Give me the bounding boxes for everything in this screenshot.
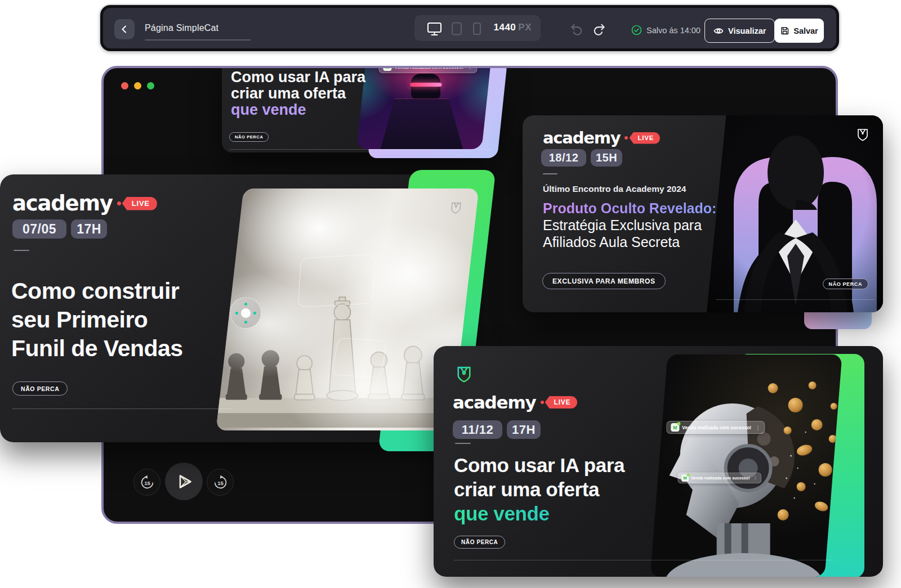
brand-wordmark: academy: [12, 191, 113, 216]
title-accent-line: que vende: [454, 501, 625, 526]
vr-person-image: M Venda realizada com sucesso! ⋮: [356, 66, 491, 149]
redo-button[interactable]: [591, 21, 608, 38]
shield-watermark-icon: [448, 201, 464, 216]
viewport-unit: PX: [518, 22, 532, 33]
tablet-device-button[interactable]: [447, 21, 463, 35]
sale-toast: M Venda realizada com sucesso! ⋮: [378, 66, 477, 73]
floppy-icon: [780, 26, 790, 35]
divider: [716, 299, 875, 300]
event-datetime: 11/12 17H: [453, 420, 541, 439]
brand-wordmark: academy: [453, 392, 536, 412]
app-icon: M: [383, 66, 391, 71]
phone-device-button[interactable]: [469, 21, 484, 35]
academy-live-logo: academy LIVE: [543, 128, 660, 147]
title-line: criar uma oferta: [231, 86, 365, 102]
live-dot: [117, 201, 121, 205]
vr-head-silhouette: [411, 74, 440, 100]
slide-title: Como construir seu Primeiro Funil de Ven…: [11, 277, 183, 363]
time-chip: 17H: [71, 219, 107, 239]
academy-live-logo: academy LIVE: [12, 191, 157, 216]
editor-toolbar: Página SimpleCat 1440PX: [100, 5, 839, 51]
play-icon: [174, 472, 194, 492]
nao-perca-tag: NÃO PERCA: [454, 536, 505, 549]
player-rewind-button[interactable]: 15: [133, 469, 160, 496]
slide-card-right[interactable]: NÃO PERCA academy LIVE 18/12 15H Último …: [523, 115, 883, 312]
outline-shape: [332, 338, 387, 378]
time-chip: 17H: [507, 420, 541, 439]
back-button[interactable]: [114, 19, 135, 39]
save-status: Salvo ás 14:00: [631, 25, 701, 35]
slide-card-left[interactable]: academy LIVE 07/05 17H Como construir se…: [0, 174, 470, 442]
page-title-input[interactable]: Página SimpleCat: [145, 23, 218, 33]
shield-logo-icon: [855, 127, 871, 143]
toast-text: Venda realizada com sucesso!: [691, 475, 750, 481]
live-dot: [625, 136, 628, 140]
divider: [454, 560, 833, 560]
slide-card-top[interactable]: M Venda realizada com sucesso! ⋮ Como us…: [222, 66, 499, 152]
title-line: Afiliados Aula Secreta: [543, 234, 716, 250]
player-play-button[interactable]: [165, 463, 203, 500]
live-badge: LIVE: [122, 197, 157, 210]
sale-toast: M Venda realizada com sucesso! ⋮: [666, 421, 765, 434]
eye-icon: [713, 27, 724, 35]
live-badge: LIVE: [629, 132, 660, 144]
preview-button-label: Visualizar: [728, 26, 766, 35]
slide-title: Como usar IA para criar uma oferta que v…: [231, 69, 365, 118]
check-circle-icon: [631, 25, 642, 35]
undo-icon: [569, 23, 584, 37]
chevron-left-icon: [119, 24, 130, 34]
save-button[interactable]: Salvar: [774, 19, 824, 43]
crosshair-icon: [241, 308, 251, 318]
maximize-window-dot[interactable]: [147, 82, 154, 89]
title-line: Como usar IA para: [454, 453, 625, 477]
outline-shape: [298, 254, 376, 308]
toast-menu-icon: ⋮: [755, 425, 760, 430]
slide-card-bottom[interactable]: M Venda realizada com sucesso! ⋮ M Venda…: [434, 346, 883, 577]
live-badge: LIVE: [545, 396, 578, 409]
edit-hotspot-handle[interactable]: [230, 297, 261, 329]
live-dot: [541, 401, 544, 404]
slide-kicker: Último Encontro da Academy 2024: [543, 184, 686, 194]
preview-button[interactable]: Visualizar: [704, 19, 775, 43]
toast-text: Venda realizada com sucesso!: [682, 425, 751, 430]
app-icon: M: [671, 423, 679, 432]
mini-divider: [455, 443, 471, 444]
app-icon: M: [681, 474, 689, 482]
undo-button[interactable]: [568, 21, 585, 38]
slide-title: Como usar IA para criar uma oferta que v…: [454, 453, 625, 526]
forward-15-icon: 15: [213, 475, 228, 490]
close-window-dot[interactable]: [121, 82, 128, 89]
svg-text:15: 15: [217, 479, 224, 486]
player-forward-button[interactable]: 15: [207, 469, 234, 496]
save-status-text: Salvo ás 14:00: [646, 26, 701, 35]
nao-perca-tag: NÃO PERCA: [823, 279, 868, 289]
brand-wordmark: academy: [543, 128, 620, 147]
masked-man-image: NÃO PERCA: [707, 115, 883, 312]
vr-visor-glow: [410, 83, 441, 87]
title-line: seu Primeiro: [11, 306, 183, 334]
viewport-device-group: 1440PX: [414, 15, 541, 41]
title-line: criar uma oferta: [454, 477, 625, 501]
divider: [230, 149, 492, 150]
nao-perca-tag: NÃO PERCA: [12, 381, 68, 396]
date-chip: 18/12: [541, 149, 586, 167]
shield-logo-icon: [454, 364, 474, 385]
robot-image: M Venda realizada com sucesso! ⋮ M Venda…: [650, 354, 842, 577]
date-chip: 11/12: [453, 420, 502, 439]
toast-menu-icon: ⋮: [753, 475, 758, 481]
minimize-window-dot[interactable]: [134, 82, 141, 89]
rewind-15-icon: 15: [140, 475, 155, 490]
viewport-width-number: 1440: [493, 22, 516, 33]
event-datetime: 07/05 17H: [12, 219, 107, 239]
title-underline: [145, 39, 251, 41]
save-button-label: Salvar: [793, 26, 818, 35]
date-chip: 07/05: [12, 219, 66, 239]
mini-divider: [14, 250, 29, 251]
title-accent-line: Produto Oculto Revelado:: [543, 200, 716, 217]
title-line: Como usar IA para: [231, 69, 365, 86]
title-line: Estratégia Exclusiva para: [543, 217, 716, 234]
viewport-width-value[interactable]: 1440PX: [493, 22, 532, 33]
title-line: Funil de Vendas: [11, 334, 183, 363]
desktop-device-button[interactable]: [423, 21, 439, 35]
divider: [12, 409, 233, 409]
